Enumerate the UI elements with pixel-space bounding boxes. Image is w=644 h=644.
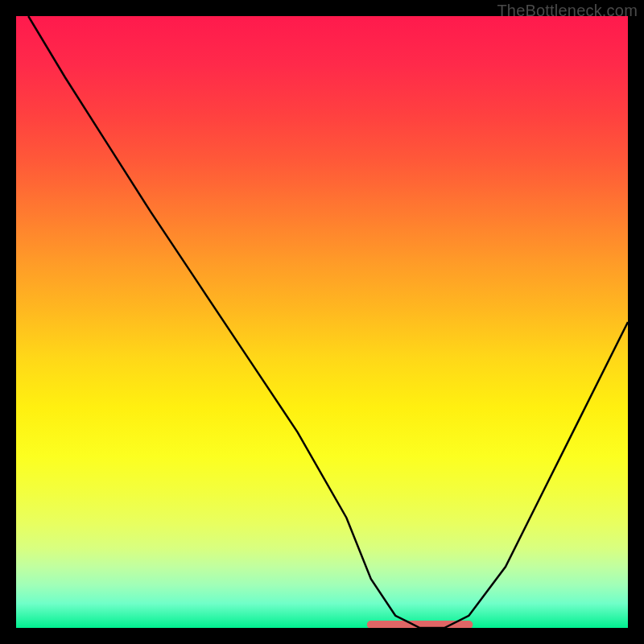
- chart-background-gradient: [16, 16, 628, 628]
- watermark-text: TheBottleneck.com: [497, 2, 638, 20]
- chart-frame: TheBottleneck.com: [0, 0, 644, 644]
